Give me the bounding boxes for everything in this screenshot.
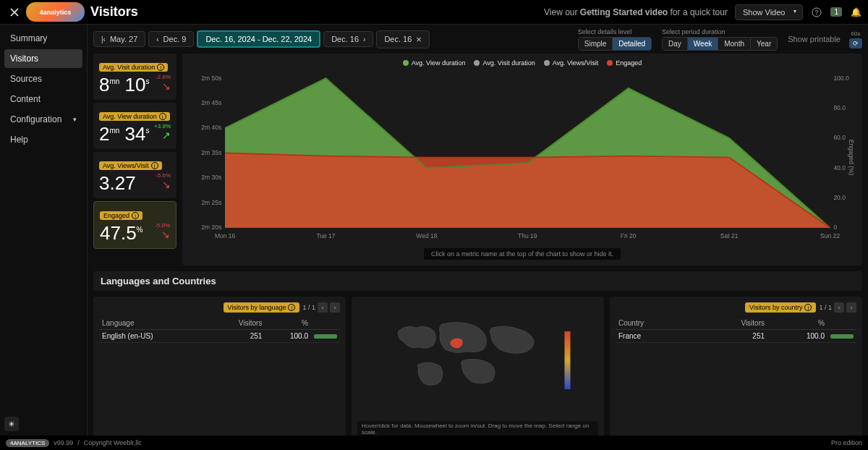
metric-card-1[interactable]: Avg. View duration i2mn 34s+3.8%↗ — [93, 103, 176, 149]
lang-panel-title: Visitors by languagei — [224, 302, 300, 313]
lang-pager-next[interactable]: › — [330, 302, 340, 313]
info-icon[interactable]: i — [132, 212, 139, 219]
info-icon[interactable]: i — [159, 113, 166, 120]
svg-text:40.0: 40.0 — [833, 164, 846, 171]
svg-text:60.0: 60.0 — [833, 134, 846, 141]
svg-text:2m 45s: 2m 45s — [201, 99, 221, 106]
chevron-down-icon: ▾ — [73, 116, 77, 123]
metric-delta: -2.6%↘ — [156, 74, 171, 92]
country-col-pct: % — [767, 317, 827, 330]
svg-text:2m 30s: 2m 30s — [201, 174, 221, 181]
info-icon[interactable]: i — [804, 304, 812, 311]
page-title: Visitors — [90, 4, 138, 20]
country-pager-text: 1 / 1 — [819, 304, 832, 311]
svg-text:20.0: 20.0 — [833, 194, 846, 201]
info-icon[interactable]: i — [151, 162, 158, 169]
period-day-button[interactable]: Day — [663, 38, 688, 50]
lang-pager-text: 1 / 1 — [302, 304, 315, 311]
country-pager-next[interactable]: › — [846, 302, 856, 313]
metric-tag: Engaged i — [100, 211, 142, 220]
country-panel-title: Visitors by countryi — [745, 302, 816, 313]
date-chip-earliest[interactable]: |‹May. 27 — [93, 31, 145, 47]
svg-text:Sun 22: Sun 22 — [820, 232, 840, 239]
metric-delta: -5.0%↘ — [155, 222, 170, 240]
metric-delta: +3.8%↗ — [154, 123, 171, 141]
svg-text:2m 35s: 2m 35s — [201, 149, 221, 156]
refresh-interval-label: 60s — [851, 30, 861, 37]
country-col-visitors: Visitors — [694, 317, 767, 330]
lang-col-pct: % — [265, 317, 311, 330]
legend-item[interactable]: Avg. Visit duration — [474, 59, 535, 67]
date-chip-prev[interactable]: ‹Dec. 9 — [148, 31, 194, 47]
footer-copyright: Copyright Weeblr,llc — [84, 439, 142, 446]
help-icon[interactable]: ? — [810, 6, 823, 19]
svg-text:Mon 16: Mon 16 — [215, 232, 236, 239]
visitors-by-language-panel: Visitors by languagei 1 / 1 ‹ › Language… — [93, 297, 346, 436]
details-detailed-button[interactable]: Detailed — [613, 38, 651, 50]
period-month-button[interactable]: Month — [718, 38, 751, 50]
sidebar-item-sources[interactable]: Sources — [4, 69, 82, 88]
period-duration-label: Select period duration — [662, 28, 778, 35]
sidebar-item-content[interactable]: Content — [4, 90, 82, 109]
svg-text:2m 40s: 2m 40s — [201, 124, 221, 131]
details-simple-button[interactable]: Simple — [579, 38, 613, 50]
main-chart[interactable]: 2m 20s2m 25s2m 30s2m 35s2m 40s2m 45s2m 5… — [188, 69, 856, 245]
legend-item[interactable]: Avg. Views/Visit — [544, 59, 599, 67]
date-chip-next[interactable]: Dec. 16› — [323, 31, 373, 47]
svg-text:100.0: 100.0 — [833, 75, 849, 82]
map-hint: Hover/click for data. Mousewheel to zoom… — [357, 421, 598, 436]
refresh-button[interactable]: ⟳ — [849, 38, 862, 48]
svg-text:2m 20s: 2m 20s — [201, 224, 221, 231]
svg-rect-24 — [565, 331, 571, 389]
metric-tag: Avg. View duration i — [99, 112, 170, 121]
map-panel: Hover/click for data. Mousewheel to zoom… — [352, 297, 604, 436]
legend-item[interactable]: Avg. View duration — [403, 59, 466, 67]
svg-text:Fri 20: Fri 20 — [621, 232, 637, 239]
svg-text:2m 25s: 2m 25s — [201, 199, 221, 206]
notification-count-badge[interactable]: 1 — [830, 7, 842, 17]
bell-icon[interactable]: 🔔 — [849, 6, 862, 19]
svg-text:Thu 19: Thu 19 — [518, 232, 537, 239]
svg-text:?: ? — [815, 9, 819, 16]
period-year-button[interactable]: Year — [751, 38, 777, 50]
date-chip-current[interactable]: Dec. 16, 2024 - Dec. 22, 2024 — [197, 30, 320, 48]
metric-card-0[interactable]: Avg. Visit duration i8mn 10s-2.6%↘ — [93, 54, 176, 100]
sidebar-item-configuration[interactable]: Configuration▾ — [4, 110, 82, 129]
show-video-dropdown[interactable]: Show Video — [735, 4, 804, 20]
tour-text: View our Getting Started video for a qui… — [544, 7, 728, 17]
period-week-button[interactable]: Week — [688, 38, 718, 50]
table-row[interactable]: English (en-US)251100.0 — [99, 330, 340, 343]
table-row[interactable]: France251100.0 — [616, 330, 856, 343]
svg-text:0: 0 — [833, 224, 837, 231]
date-chip-close[interactable]: Dec. 16× — [376, 30, 430, 48]
svg-text:2m 50s: 2m 50s — [201, 75, 221, 82]
close-button[interactable] — [6, 4, 23, 21]
footer-version: v99.99 — [54, 439, 73, 446]
lang-pager-prev[interactable]: ‹ — [318, 302, 328, 313]
metric-card-2[interactable]: Avg. Views/Visit i3.27-5.6%↘ — [93, 152, 176, 198]
legend-item[interactable]: Engaged — [607, 59, 642, 67]
svg-text:Sat 21: Sat 21 — [720, 232, 739, 239]
metric-card-3[interactable]: Engaged i47.5%-5.0%↘ — [93, 201, 176, 249]
lang-col-visitors: Visitors — [208, 317, 265, 330]
sidebar-item-help[interactable]: Help — [4, 130, 82, 149]
svg-text:Tue 17: Tue 17 — [316, 232, 335, 239]
world-map[interactable] — [357, 302, 598, 418]
app-logo: 4analytics — [26, 2, 85, 22]
lang-col-language: Language — [99, 317, 208, 330]
svg-text:80.0: 80.0 — [833, 104, 846, 111]
show-printable-link[interactable]: Show printable — [788, 35, 841, 43]
footer-sep: / — [77, 439, 80, 446]
visitors-by-country-panel: Visitors by countryi 1 / 1 ‹ › Country V… — [610, 297, 862, 436]
info-icon[interactable]: i — [288, 304, 295, 311]
sidebar-item-visitors[interactable]: Visitors — [4, 49, 82, 68]
chart-hint: Click on a metric name at the top of the… — [424, 248, 621, 260]
theme-toggle-button[interactable]: ☀ — [4, 417, 19, 431]
info-icon[interactable]: i — [157, 64, 164, 71]
metric-tag: Avg. Views/Visit i — [99, 161, 162, 170]
metric-tag: Avg. Visit duration i — [99, 63, 168, 72]
footer-logo: 4ANALYTICS — [6, 439, 49, 447]
metric-delta: -5.6%↘ — [156, 172, 171, 190]
country-pager-prev[interactable]: ‹ — [834, 302, 844, 313]
sidebar-item-summary[interactable]: Summary — [4, 29, 82, 48]
